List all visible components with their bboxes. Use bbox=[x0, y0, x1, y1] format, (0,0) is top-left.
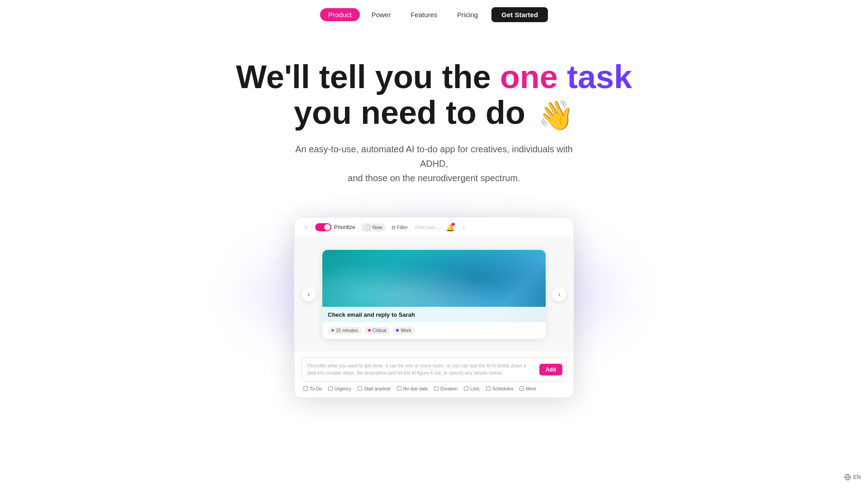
lists-icon bbox=[464, 386, 468, 391]
hero-subtext-line2: and those on the neurodivergent spectrum… bbox=[348, 173, 520, 183]
task-card: Check email and reply to Sarah 15 minute… bbox=[322, 250, 546, 339]
filter-todo[interactable]: To-Do bbox=[303, 386, 322, 391]
filter-label: Filter bbox=[397, 225, 408, 230]
hero-emoji: 👋 bbox=[538, 99, 574, 131]
todo-label: To-Do bbox=[310, 386, 322, 391]
filter-icon: ⊟ bbox=[392, 225, 396, 230]
topbar-toggle[interactable]: Prioritize bbox=[315, 223, 355, 231]
start-anytime-label: Start anytime bbox=[364, 386, 391, 391]
filter-duration[interactable]: Duration bbox=[434, 386, 458, 391]
task-image: Check email and reply to Sarah bbox=[322, 250, 546, 322]
hero-heading-start: We'll tell you the bbox=[236, 59, 491, 95]
clock-icon: 🕐 bbox=[364, 225, 371, 230]
hero-heading-one: one bbox=[500, 59, 558, 95]
hero-heading-end: you need to do bbox=[294, 94, 525, 131]
prioritize-label: Prioritize bbox=[334, 224, 355, 230]
hero-section: We'll tell you the one task you need to … bbox=[0, 28, 868, 199]
duration-icon bbox=[434, 386, 439, 391]
topbar-right: 🔔 › bbox=[445, 222, 468, 233]
ai-input-placeholder: Describe what you want to get done. It c… bbox=[307, 362, 534, 377]
tag-critical-dot bbox=[368, 329, 371, 332]
more-label: More bbox=[526, 386, 536, 391]
globe-icon bbox=[844, 474, 851, 481]
hero-heading-task: task bbox=[567, 59, 632, 95]
add-button[interactable]: Add bbox=[539, 364, 562, 375]
todo-icon bbox=[303, 386, 308, 391]
hero-subtext: An easy-to-use, automated AI to-do app f… bbox=[280, 142, 588, 185]
filter-schedules[interactable]: Schedules bbox=[486, 386, 514, 391]
tag-work-dot bbox=[396, 329, 399, 332]
nav-power[interactable]: Power bbox=[363, 8, 399, 21]
task-title: Check email and reply to Sarah bbox=[328, 311, 415, 318]
ai-input-area[interactable]: Describe what you want to get done. It c… bbox=[302, 357, 566, 382]
language-badge[interactable]: EN bbox=[844, 474, 861, 481]
schedules-label: Schedules bbox=[492, 386, 514, 391]
filter-tag[interactable]: ⊟ Filter bbox=[392, 225, 408, 230]
search-placeholder: Find task... bbox=[415, 225, 439, 230]
carousel-prev-button[interactable]: ‹ bbox=[302, 287, 316, 301]
start-anytime-icon bbox=[358, 386, 362, 391]
topbar-search[interactable]: Find task... bbox=[415, 225, 439, 230]
urgency-label: Urgency bbox=[335, 386, 351, 391]
urgency-icon bbox=[328, 386, 333, 391]
navbar: Product Power Features Pricing Get Start… bbox=[0, 0, 868, 28]
tag-work-label: Work bbox=[401, 328, 411, 333]
app-mockup-container: ‹ Prioritize 🕐 Now ⊟ Filter Find task... bbox=[0, 217, 868, 398]
nav-pricing[interactable]: Pricing bbox=[449, 8, 486, 21]
prioritize-toggle[interactable] bbox=[315, 223, 331, 231]
tag-time-dot bbox=[331, 329, 334, 332]
no-due-date-icon bbox=[397, 386, 401, 391]
now-label: Now bbox=[373, 225, 382, 230]
carousel-next-button[interactable]: › bbox=[552, 287, 566, 301]
lists-label: Lists bbox=[470, 386, 480, 391]
filter-more[interactable]: ··· More bbox=[519, 386, 536, 391]
topbar-left: ‹ Prioritize 🕐 Now ⊟ Filter Find task... bbox=[302, 223, 439, 232]
tag-critical-label: Critical bbox=[373, 328, 387, 333]
task-image-overlay: Check email and reply to Sarah bbox=[322, 307, 546, 322]
app-bottom: Describe what you want to get done. It c… bbox=[294, 351, 574, 398]
topbar-right-arrow[interactable]: › bbox=[459, 223, 468, 232]
duration-label: Duration bbox=[440, 386, 458, 391]
tag-work: Work bbox=[392, 327, 415, 334]
schedules-icon bbox=[486, 386, 491, 391]
now-tag[interactable]: 🕐 Now bbox=[361, 223, 386, 232]
toggle-dot bbox=[324, 224, 330, 230]
lang-label: EN bbox=[853, 474, 861, 480]
filter-no-due-date[interactable]: No due date bbox=[397, 386, 428, 391]
app-topbar: ‹ Prioritize 🕐 Now ⊟ Filter Find task... bbox=[294, 217, 574, 238]
hero-heading: We'll tell you the one task you need to … bbox=[9, 59, 859, 131]
hero-subtext-line1: An easy-to-use, automated AI to-do app f… bbox=[295, 144, 573, 169]
filter-start-anytime[interactable]: Start anytime bbox=[358, 386, 391, 391]
get-started-button[interactable]: Get Started bbox=[491, 7, 548, 22]
filter-bar: To-Do Urgency Start anytime No due date … bbox=[302, 382, 566, 393]
nav-product[interactable]: Product bbox=[320, 8, 360, 21]
tag-time-label: 15 minutes bbox=[336, 328, 358, 333]
filter-urgency[interactable]: Urgency bbox=[328, 386, 351, 391]
more-icon: ··· bbox=[519, 386, 524, 391]
task-tags: 15 minutes Critical Work bbox=[322, 322, 546, 339]
app-window: ‹ Prioritize 🕐 Now ⊟ Filter Find task... bbox=[294, 217, 574, 398]
notification-icon[interactable]: 🔔 bbox=[445, 222, 456, 233]
tag-time: 15 minutes bbox=[328, 327, 362, 334]
filter-lists[interactable]: Lists bbox=[464, 386, 480, 391]
tag-critical: Critical bbox=[364, 327, 390, 334]
no-due-date-label: No due date bbox=[403, 386, 428, 391]
nav-features[interactable]: Features bbox=[402, 8, 445, 21]
topbar-back-arrow[interactable]: ‹ bbox=[302, 223, 311, 232]
app-content: ‹ Check email and reply to Sarah 15 minu… bbox=[294, 238, 574, 351]
